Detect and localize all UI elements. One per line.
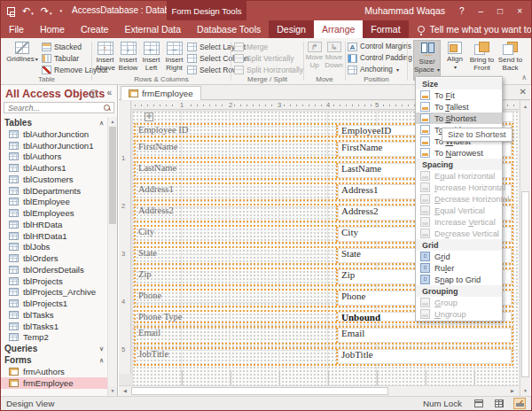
nav-group-queries[interactable]: Queries∨ xyxy=(1,343,107,354)
field-label[interactable]: Zip xyxy=(136,269,338,284)
nav-item-tblauthorjunction[interactable]: tblAuthorJunction xyxy=(1,128,107,140)
insert-left-button[interactable]: ←Insert Left xyxy=(140,40,162,72)
empty-layout-row[interactable] xyxy=(134,370,513,386)
nav-menu-dropdown-icon[interactable]: ▼ xyxy=(89,89,98,98)
anchoring-button[interactable]: Anchoring▾ xyxy=(348,64,399,75)
nav-item-tblprojects1[interactable]: tblProjects1 xyxy=(1,298,107,309)
nav-item-tblordersdetails[interactable]: tblOrdersDetails xyxy=(1,264,107,275)
nav-item-frmauthors[interactable]: frmAuthors xyxy=(1,366,107,377)
close-button[interactable]: × xyxy=(517,6,522,16)
field-label[interactable]: FirstName xyxy=(136,142,338,157)
save-icon[interactable] xyxy=(7,7,15,15)
layout-view-button[interactable] xyxy=(493,398,505,409)
menu-item-ruler[interactable]: Ruler xyxy=(416,262,502,274)
tab-create[interactable]: Create xyxy=(73,20,117,38)
tab-design[interactable]: Design xyxy=(269,20,314,38)
menu-item-to-narrowest[interactable]: To Narrowest xyxy=(416,147,502,159)
menu-item-to-tallest[interactable]: To Tallest xyxy=(416,101,502,112)
collapse-ribbon-icon[interactable]: ∧ xyxy=(521,74,527,81)
nav-item-tblemployee[interactable]: tblEmployee xyxy=(1,197,107,208)
field-label[interactable]: Address2 xyxy=(136,206,338,221)
user-name[interactable]: Muhammad Waqas xyxy=(364,5,445,16)
tab-format[interactable]: Format xyxy=(363,20,408,38)
form-row-jobtitle[interactable]: JobTitleJobTitle xyxy=(134,347,513,366)
field-label[interactable]: Phone xyxy=(136,291,338,306)
field-label[interactable]: Email xyxy=(136,328,338,343)
insert-below-button[interactable]: ↓Insert Below xyxy=(117,40,139,72)
nav-item-tblprojects-archive[interactable]: tblProjects_Archive xyxy=(1,287,107,299)
menu-item-snap-to-grid[interactable]: Snap to Grid xyxy=(416,274,502,285)
vertical-scrollbar[interactable]: ▲ ▼ xyxy=(520,101,530,396)
scrollbar-thumb[interactable] xyxy=(131,387,388,395)
nav-item-tblhrdata1[interactable]: tblHRData1 xyxy=(1,230,107,242)
scroll-left-icon[interactable]: ◀ xyxy=(121,386,129,396)
minimize-button[interactable]: – xyxy=(479,6,484,16)
undo-button[interactable]: ↶▾ xyxy=(22,6,34,16)
vertical-ruler[interactable]: 12345 xyxy=(119,101,131,374)
scroll-right-icon[interactable]: ▶ xyxy=(508,386,517,396)
tab-arrange[interactable]: Arrange xyxy=(314,20,363,38)
field-control[interactable]: Email xyxy=(338,328,512,343)
nav-item-tblauthors[interactable]: tblAuthors xyxy=(1,151,107,163)
insert-above-button[interactable]: ↑Insert Above xyxy=(94,40,116,72)
field-label[interactable]: Address1 xyxy=(136,184,338,199)
gridlines-button[interactable]: Gridlines▾ xyxy=(6,40,38,63)
nav-item-tblauthors1[interactable]: tblAuthors1 xyxy=(1,162,107,174)
size-space-button[interactable]: →←Size/ Space ▾ xyxy=(413,40,441,81)
menu-item-to-shortest[interactable]: To Shortest xyxy=(416,112,502,124)
layout-move-handle[interactable]: ✛ xyxy=(145,112,153,121)
nav-item-tblhrdata[interactable]: tblHRData xyxy=(1,219,107,230)
scrollbar-thumb[interactable] xyxy=(521,191,529,377)
tell-me-box[interactable]: Tell me what you want to do xyxy=(409,20,532,38)
menu-item-to-fit[interactable]: To Fit xyxy=(416,89,502,101)
nav-item-tbldepartments[interactable]: tblDepartments xyxy=(1,185,107,197)
form-row-email[interactable]: EmailEmail xyxy=(134,326,513,345)
stacked-button[interactable]: Stacked xyxy=(42,41,82,52)
form-view-button[interactable] xyxy=(473,398,485,409)
nav-item-tblauthorjunction1[interactable]: tblAuthorJunction1 xyxy=(1,140,107,151)
field-label[interactable]: Employee ID xyxy=(136,125,338,136)
scroll-up-icon[interactable]: ▲ xyxy=(520,102,530,111)
field-control[interactable]: JobTitle xyxy=(338,349,512,364)
nav-group-forms[interactable]: Forms∧ xyxy=(1,354,107,366)
field-label[interactable]: State xyxy=(136,248,338,263)
nav-item-tbltasks[interactable]: tblTasks xyxy=(1,309,107,321)
help-button[interactable]: ? xyxy=(459,6,465,16)
nav-item-tbljobs[interactable]: tblJobs xyxy=(1,242,107,253)
nav-group-tables[interactable]: Tables∧ xyxy=(1,117,107,128)
bring-to-front-button[interactable]: Bring to Front xyxy=(468,40,496,72)
field-label[interactable]: City xyxy=(136,227,338,242)
customize-qat-button[interactable]: ▾ xyxy=(59,9,62,13)
scroll-up-icon[interactable]: ▲ xyxy=(108,117,117,126)
tab-home[interactable]: Home xyxy=(32,20,73,38)
align-button[interactable]: Align▾ xyxy=(443,40,466,71)
document-tab-frmemployee[interactable]: frmEmployee xyxy=(121,86,201,100)
search-icon[interactable] xyxy=(104,105,111,112)
field-label[interactable]: LastName xyxy=(136,163,338,178)
nav-item-tblcustomers[interactable]: tblCustomers xyxy=(1,174,107,185)
nav-item-tblprojects[interactable]: tblProjects xyxy=(1,275,107,287)
menu-item-grid[interactable]: Grid xyxy=(416,251,502,262)
nav-item-frmemployee[interactable]: frmEmployee xyxy=(1,377,107,389)
send-to-back-button[interactable]: Send to Back xyxy=(497,40,524,72)
design-view-button[interactable] xyxy=(513,398,526,409)
nav-scrollbar[interactable]: ▲ ▼ xyxy=(107,117,117,396)
field-label[interactable]: Phone Type xyxy=(136,312,338,322)
nav-item-tbltasks1[interactable]: tblTasks1 xyxy=(1,321,107,332)
nav-item-temp2[interactable]: Temp2 xyxy=(1,332,107,344)
tab-database-tools[interactable]: Database Tools xyxy=(189,20,269,38)
nav-item-tblemployees[interactable]: tblEmployees xyxy=(1,207,107,219)
maximize-button[interactable]: □ xyxy=(497,6,503,16)
tab-external-data[interactable]: External Data xyxy=(116,20,189,38)
tabular-button[interactable]: Tabular xyxy=(42,52,79,64)
nav-item-tblorders[interactable]: tblOrders xyxy=(1,252,107,264)
close-document-icon[interactable]: ✕ xyxy=(520,87,527,97)
shutter-bar-close-icon[interactable]: « xyxy=(106,88,112,97)
redo-button[interactable]: ↷▾ xyxy=(41,6,52,16)
insert-right-button[interactable]: →Insert Right xyxy=(163,40,185,72)
search-input[interactable] xyxy=(4,102,114,113)
scroll-down-icon[interactable]: ▼ xyxy=(520,386,530,395)
scroll-down-icon[interactable]: ▼ xyxy=(108,386,117,395)
field-label[interactable]: JobTitle xyxy=(136,349,338,364)
horizontal-scrollbar[interactable]: ◀ ▶ xyxy=(119,385,519,396)
